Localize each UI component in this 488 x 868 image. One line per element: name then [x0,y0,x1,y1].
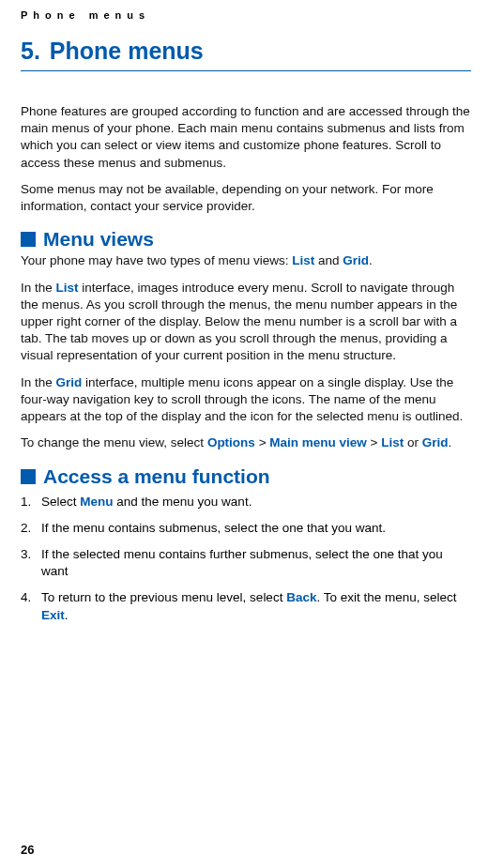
grid-keyword: Grid [343,253,369,267]
text-fragment: Your phone may have two types of menu vi… [21,253,292,267]
menu-views-p4: To change the menu view, select Options … [21,434,471,451]
section-access-menu-title: Access a menu function [43,465,270,488]
intro-paragraph-1: Phone features are grouped according to … [21,103,471,172]
text-fragment: or [404,435,422,449]
list-item: 3. If the selected menu contains further… [21,546,471,580]
list-keyword: List [292,253,314,267]
section-access-menu-heading: Access a menu function [21,465,471,488]
grid-keyword: Grid [422,435,449,449]
step-number: 1. [21,494,41,510]
text-fragment: . [369,253,373,267]
step-text: To return to the previous menu level, se… [41,589,471,623]
grid-keyword: Grid [56,375,83,389]
text-fragment: interface, images introduce every menu. … [21,281,457,363]
options-keyword: Options [207,435,255,449]
text-fragment: Select [41,495,80,509]
text-fragment: In the [21,281,56,295]
list-keyword: List [56,281,79,295]
section-bullet-icon [21,469,36,484]
back-keyword: Back [286,590,316,604]
access-menu-steps: 1. Select Menu and the menu you want. 2.… [21,494,471,624]
list-item: 4. To return to the previous menu level,… [21,589,471,623]
menu-views-p2: In the List interface, images introduce … [21,280,471,365]
text-fragment: To change the menu view, select [21,435,207,449]
list-item: 2. If the menu contains submenus, select… [21,520,471,537]
exit-keyword: Exit [41,608,65,622]
text-fragment: and [314,253,343,267]
text-fragment: . [65,608,69,622]
text-fragment: > [255,435,269,449]
menu-keyword: Menu [80,495,113,509]
chapter-title-text: Phone menus [50,38,204,64]
section-bullet-icon [21,232,36,247]
chapter-number: 5. [21,38,40,64]
menu-views-p3: In the Grid interface, multiple menu ico… [21,374,471,426]
chapter-title: 5.Phone menus [21,38,471,71]
step-number: 4. [21,589,41,623]
text-fragment: To return to the previous menu level, se… [41,590,286,604]
main-menu-view-keyword: Main menu view [269,435,367,449]
menu-views-p1: Your phone may have two types of menu vi… [21,252,471,269]
text-fragment: > [367,435,381,449]
text-fragment: . [448,435,451,449]
step-text: If the selected menu contains further su… [41,546,471,580]
section-menu-views-heading: Menu views [21,228,471,251]
text-fragment: . To exit the menu, select [316,590,456,604]
intro-paragraph-2: Some menus may not be available, dependi… [21,181,471,215]
text-fragment: interface, multiple menu icons appear on… [21,375,463,423]
step-text: Select Menu and the menu you want. [41,494,471,510]
list-keyword: List [381,435,404,449]
page-number: 26 [21,843,34,857]
step-text: If the menu contains submenus, select th… [41,520,471,537]
text-fragment: and the menu you want. [114,495,252,509]
list-item: 1. Select Menu and the menu you want. [21,494,471,510]
text-fragment: In the [21,375,56,389]
running-header: Phone menus [21,9,471,21]
section-menu-views-title: Menu views [43,228,154,251]
step-number: 3. [21,546,41,580]
step-number: 2. [21,520,41,537]
